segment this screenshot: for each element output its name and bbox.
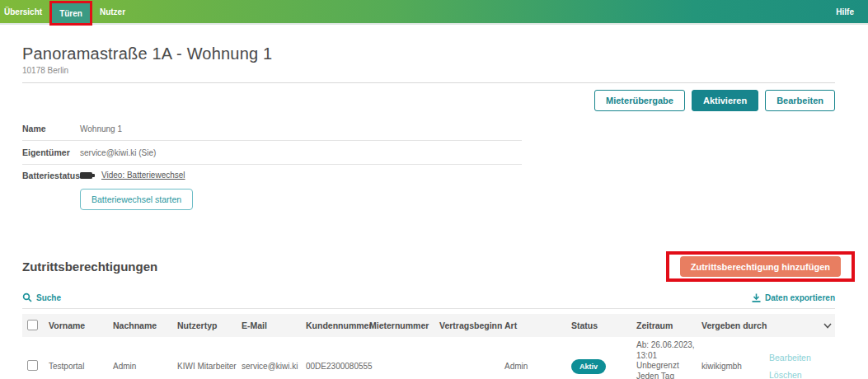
row-delete-link[interactable]: Löschen [769, 370, 823, 379]
download-icon [752, 293, 761, 302]
cell-row-actions: Bearbeiten Löschen [769, 353, 823, 379]
column-header[interactable]: E-Mail [242, 321, 306, 330]
nav-tab-tueren[interactable]: Türen [52, 3, 90, 23]
column-header[interactable]: Art [504, 321, 571, 330]
table-header-row: Vorname Nachname Nutzertyp E-Mail Kunden… [22, 314, 835, 337]
column-header[interactable]: Nutzertyp [177, 321, 242, 330]
cell-nachname: Admin [113, 362, 177, 371]
nav-tab-uebersicht[interactable]: Übersicht [0, 0, 49, 23]
bearbeiten-button[interactable]: Bearbeiten [765, 90, 835, 111]
permissions-table: Vorname Nachname Nutzertyp E-Mail Kunden… [22, 308, 835, 379]
nav-help-link[interactable]: Hilfe [828, 7, 861, 16]
cell-nutzertyp: KIWI Mitarbeiter [177, 362, 242, 371]
export-label: Daten exportieren [765, 293, 835, 302]
detail-value: Wohnung 1 [80, 124, 122, 133]
add-permission-button[interactable]: Zutrittsberechtigung hinzufügen [680, 256, 841, 277]
permissions-section: Zutrittsberechtigungen Zutrittsberechtig… [22, 251, 835, 379]
mieteruebergabe-button[interactable]: Mieterübergabe [594, 90, 685, 111]
column-header[interactable]: Vertragsbeginn [439, 321, 504, 330]
header-divider [22, 82, 835, 83]
top-navbar: Übersicht Türen Nutzer Hilfe [0, 0, 868, 25]
battery-change-button[interactable]: Batteriewechsel starten [80, 189, 193, 210]
status-badge: Aktiv [571, 359, 606, 374]
column-header[interactable]: Vorname [49, 321, 113, 330]
table-row: Testportal Admin KIWI Mitarbeiter servic… [22, 337, 835, 379]
cell-zeitraum: Ab: 26.06.2023, 13:01 Unbegrenzt Jeden T… [636, 340, 701, 379]
table-toolbar: Suche Daten exportieren [22, 292, 835, 302]
details-list: Name Wohnung 1 Eigentümer service@kiwi.k… [22, 117, 835, 210]
battery-video-link[interactable]: Video: Batteriewechsel [101, 171, 185, 180]
object-action-buttons: Mieterübergabe Aktivieren Bearbeiten [22, 90, 835, 111]
column-header[interactable]: Vergeben durch [701, 321, 769, 330]
detail-label: Eigentümer [22, 147, 80, 157]
column-header[interactable]: Zeitraum [636, 321, 701, 330]
column-header[interactable]: Status [571, 321, 636, 330]
export-link[interactable]: Daten exportieren [752, 293, 835, 302]
page-subtitle: 10178 Berlin [22, 66, 835, 75]
detail-label: Batteriestatus [22, 171, 80, 180]
cell-vergeben-durch: kiwikigmbh [701, 362, 769, 371]
aktivieren-button[interactable]: Aktivieren [692, 90, 758, 111]
chevron-down-icon[interactable] [823, 323, 832, 329]
annotation-box-add-permission: Zutrittsberechtigung hinzufügen [666, 251, 855, 282]
cell-kundennummer: 00DE2300080555 [306, 362, 369, 371]
detail-row-batteriestatus: Batteriestatus Video: Batteriewechsel Ba… [22, 165, 522, 210]
detail-value: service@kiwi.ki (Sie) [80, 148, 156, 157]
column-header[interactable]: Nachname [113, 321, 177, 330]
page-title: Panoramastraße 1A - Wohnung 1 [22, 44, 835, 63]
search-link[interactable]: Suche [22, 292, 61, 302]
row-checkbox[interactable] [27, 360, 38, 371]
detail-row-eigentuemer: Eigentümer service@kiwi.ki (Sie) [22, 141, 522, 165]
main-content: Panoramastraße 1A - Wohnung 1 10178 Berl… [0, 44, 868, 379]
battery-icon [80, 172, 92, 179]
nav-tabs: Übersicht Türen Nutzer [0, 0, 133, 23]
detail-label: Name [22, 124, 80, 133]
row-edit-link[interactable]: Bearbeiten [769, 353, 823, 363]
nav-tab-nutzer[interactable]: Nutzer [92, 0, 133, 23]
column-header[interactable]: Mieternummer [369, 321, 439, 330]
cell-vorname: Testportal [49, 362, 113, 371]
cell-email: service@kiwi.ki [242, 362, 306, 371]
detail-row-name: Name Wohnung 1 [22, 117, 522, 141]
cell-status: Aktiv [571, 359, 636, 374]
cell-art: Admin [504, 362, 571, 371]
search-label: Suche [36, 293, 61, 302]
annotation-box-tueren: Türen [49, 1, 92, 26]
permissions-title: Zutrittsberechtigungen [22, 260, 157, 274]
select-all-checkbox[interactable] [27, 320, 38, 330]
search-icon [22, 292, 32, 302]
column-header[interactable]: Kundennummer [306, 321, 369, 330]
battery-status-value: Video: Batteriewechsel Batteriewechsel s… [80, 171, 193, 210]
